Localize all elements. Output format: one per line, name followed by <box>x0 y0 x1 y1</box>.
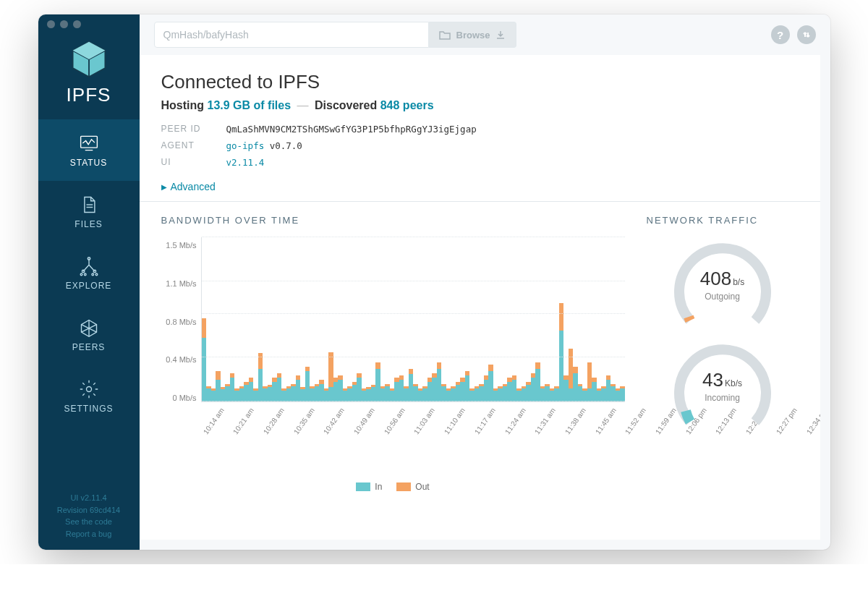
ui-version[interactable]: v2.11.4 <box>226 157 265 168</box>
ui-label: UI <box>161 157 226 168</box>
dash: — <box>294 99 312 111</box>
app-window: IPFS STATUS FILES EXPLORE PEERS SETTINGS <box>38 14 830 550</box>
sidebar-item-explore[interactable]: EXPLORE <box>38 242 140 304</box>
window-titlebar <box>38 14 140 33</box>
sidebar-item-label: FILES <box>75 219 102 229</box>
sidebar-item-label: SETTINGS <box>64 404 113 414</box>
settings-icon <box>79 379 99 399</box>
svg-point-16 <box>95 273 98 276</box>
sidebar-item-settings[interactable]: SETTINGS <box>38 365 140 427</box>
svg-point-15 <box>91 273 93 276</box>
traffic-title: NETWORK TRAFFIC <box>647 215 799 226</box>
swap-icon <box>801 30 812 40</box>
traffic-panel: NETWORK TRAFFIC 408b/s Outgoing <box>647 215 799 492</box>
legend-in: In <box>356 482 382 492</box>
legend-swatch-out <box>396 482 411 491</box>
status-icon <box>79 133 99 153</box>
browse-button[interactable]: Browse <box>429 22 517 48</box>
sidebar-item-label: STATUS <box>70 158 108 168</box>
files-icon <box>79 195 99 215</box>
sidebar-item-peers[interactable]: PEERS <box>38 304 140 365</box>
bandwidth-panel: BANDWIDTH OVER TIME 1.5 Mb/s1.1 Mb/s0.8 … <box>161 215 625 492</box>
outgoing-unit: b/s <box>733 277 744 287</box>
agent-version: v0.7.0 <box>270 140 302 151</box>
peer-id-label: PEER ID <box>161 124 226 135</box>
chart-y-axis: 1.5 Mb/s1.1 Mb/s0.8 Mb/s0.4 Mb/s0 Mb/s <box>161 237 201 440</box>
advanced-label: Advanced <box>171 181 216 192</box>
peers-icon <box>79 318 99 338</box>
incoming-value: 43 <box>702 369 723 391</box>
outgoing-gauge: 408b/s Outgoing <box>668 237 777 324</box>
bandwidth-title: BANDWIDTH OVER TIME <box>161 215 625 226</box>
footer-report-bug[interactable]: Report a bug <box>44 528 134 540</box>
browse-label: Browse <box>456 30 490 41</box>
logo: IPFS <box>38 33 140 119</box>
maximize-dot[interactable] <box>73 20 81 28</box>
incoming-unit: Kb/s <box>725 378 742 388</box>
swap-button[interactable] <box>797 25 816 44</box>
sidebar-item-files[interactable]: FILES <box>38 181 140 242</box>
ipfs-logo-icon <box>69 39 109 80</box>
legend-out-label: Out <box>415 482 429 492</box>
outgoing-value: 408 <box>700 268 731 289</box>
agent-name[interactable]: go-ipfs <box>226 140 265 151</box>
sidebar-item-label: EXPLORE <box>66 281 112 291</box>
status-subtitle: Hosting 13.9 GB of files — Discovered 84… <box>161 99 799 112</box>
agent-value: go-ipfs v0.7.0 <box>226 140 799 151</box>
bandwidth-chart: 1.5 Mb/s1.1 Mb/s0.8 Mb/s0.4 Mb/s0 Mb/s 1… <box>161 237 625 440</box>
folder-icon <box>439 30 451 40</box>
close-dot[interactable] <box>47 20 55 28</box>
advanced-toggle[interactable]: Advanced <box>161 181 799 192</box>
outgoing-label: Outgoing <box>668 292 777 302</box>
legend-in-label: In <box>375 482 382 492</box>
incoming-label: Incoming <box>668 393 777 403</box>
chart-legend: In Out <box>161 482 625 492</box>
sidebar-nav: STATUS FILES EXPLORE PEERS SETTINGS <box>38 119 140 427</box>
agent-label: AGENT <box>161 140 226 151</box>
metrics-row: BANDWIDTH OVER TIME 1.5 Mb/s1.1 Mb/s0.8 … <box>161 215 799 492</box>
sidebar: IPFS STATUS FILES EXPLORE PEERS SETTINGS <box>38 14 140 550</box>
legend-out: Out <box>396 482 429 492</box>
sidebar-item-status[interactable]: STATUS <box>38 119 140 181</box>
main: Browse ? Connected to IPFS Hosting 13.9 … <box>140 14 830 550</box>
help-button[interactable]: ? <box>771 25 790 44</box>
explore-icon <box>79 256 99 276</box>
chart-plot: 10:14 am10:21 am10:28 am10:35 am10:42 am… <box>201 237 625 402</box>
discovered-prefix: Discovered <box>315 99 377 111</box>
hosting-value[interactable]: 13.9 GB of files <box>208 99 292 111</box>
footer-see-code[interactable]: See the code <box>44 516 134 528</box>
minimize-dot[interactable] <box>60 20 68 28</box>
logo-text: IPFS <box>67 84 111 106</box>
chart-x-axis: 10:14 am10:21 am10:28 am10:35 am10:42 am… <box>202 431 625 439</box>
sidebar-footer: UI v2.11.4 Revision 69cd414 See the code… <box>38 485 140 550</box>
status-title: Connected to IPFS <box>161 71 799 93</box>
sidebar-item-label: PEERS <box>72 342 106 352</box>
hosting-prefix: Hosting <box>161 99 205 111</box>
divider <box>140 201 820 202</box>
peer-id-value: QmLaShMVN9CM2TShGMSwGfYG3P1P5bfhpRGgYJ3i… <box>226 124 799 135</box>
topbar: Browse ? <box>140 14 830 55</box>
content: Connected to IPFS Hosting 13.9 GB of fil… <box>140 55 820 540</box>
discovered-value[interactable]: 848 peers <box>380 99 434 111</box>
legend-swatch-in <box>356 482 370 491</box>
svg-point-14 <box>84 273 86 276</box>
footer-revision[interactable]: Revision 69cd414 <box>44 504 134 516</box>
info-table: PEER ID QmLaShMVN9CM2TShGMSwGfYG3P1P5bfh… <box>161 124 799 168</box>
svg-point-13 <box>80 273 82 276</box>
incoming-gauge: 43Kb/s Incoming <box>668 339 777 425</box>
svg-point-21 <box>86 386 91 391</box>
download-icon <box>495 30 506 40</box>
hash-search-input[interactable] <box>154 22 429 48</box>
footer-ui-version[interactable]: UI v2.11.4 <box>44 492 134 504</box>
